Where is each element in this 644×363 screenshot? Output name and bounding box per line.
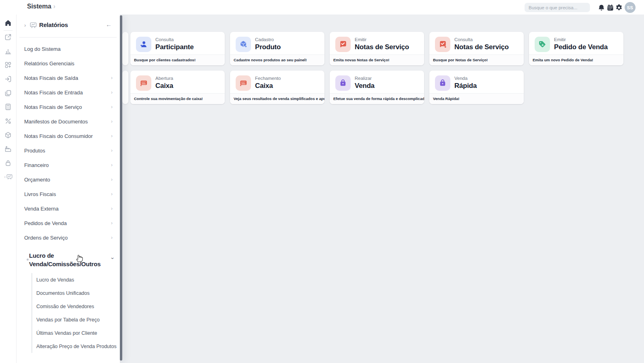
sidebar-item-label: Ordens de Serviço — [24, 235, 68, 241]
sidebar-item-log-do-sistema[interactable]: Log do Sistema — [16, 42, 120, 56]
settings-gear-icon[interactable] — [615, 3, 623, 12]
card-caption: Emita um novo Pedido de Venda! — [529, 54, 623, 65]
card-eyebrow: Emitir — [355, 37, 366, 42]
card-title: Rápida — [454, 82, 477, 90]
user-avatar[interactable]: SS — [625, 2, 636, 13]
submenu-item-comissao-de-vendedores[interactable]: Comissão de Vendedores — [36, 300, 117, 313]
card-consulta-notas-servico[interactable]: Consulta Notas de Serviço Busque por Not… — [429, 32, 524, 65]
divider — [19, 37, 117, 38]
chevron-right-icon: › — [111, 90, 113, 95]
card-tile — [435, 75, 450, 91]
reports-presentation-icon[interactable]: › — [0, 171, 16, 182]
presentation-chart-icon — [29, 21, 37, 29]
card-eyebrow: Realizar — [355, 76, 372, 81]
submenu-item-label: Lucro de Vendas — [36, 277, 74, 283]
sidebar-item-produtos[interactable]: Produtos› — [16, 143, 120, 158]
sidebar-item-livros-fiscais[interactable]: Livros Fiscais› — [16, 187, 120, 201]
copy-icon[interactable] — [0, 88, 16, 99]
chevron-down-icon: › — [109, 257, 115, 259]
modules-icon[interactable] — [0, 59, 16, 71]
sidebar-item-lucro-venda-comissoes-outros[interactable]: Lucro de Venda/Comissões/Outros › — [16, 247, 120, 274]
sidebar-item-label: Financeiro — [24, 162, 49, 168]
chevron-right-icon: › — [111, 133, 113, 139]
sidebar-item-label: Produtos — [24, 148, 45, 154]
sidebar-item-pedidos-venda[interactable]: Pedidos de Venda› — [16, 216, 120, 230]
card-abertura-caixa[interactable]: Abertura Caixa Controle sua movimentação… — [130, 71, 225, 104]
calendar-icon[interactable] — [606, 3, 615, 12]
submenu-item-ultimas-vendas-por-cliente[interactable]: Últimas Vendas por Cliente — [36, 326, 117, 340]
sidebar-item-orcamento[interactable]: Orçamento› — [16, 172, 120, 187]
avatar-initials: SS — [627, 5, 633, 10]
cash-register-icon — [139, 79, 148, 88]
card-caption: Veja seus resultados de venda simplifica… — [230, 93, 324, 104]
sidebar-item-label: Notas Fiscais de Saída — [24, 75, 78, 81]
external-link-icon[interactable] — [0, 31, 16, 43]
submenu-item-vendas-por-tabela-de-preco[interactable]: Vendas por Tabela de Preço — [36, 313, 117, 326]
app-root: Consulta Participante Busque por cliente… — [0, 0, 644, 363]
card-tile — [136, 37, 151, 52]
home-icon[interactable] — [0, 17, 16, 29]
sidebar-scrollbar[interactable] — [120, 15, 122, 361]
chevron-right-icon: › — [24, 22, 26, 28]
sidebar-item-label: Relatórios Gerenciais — [24, 60, 74, 67]
chevron-right-icon: › — [111, 162, 113, 168]
sidebar-item-nf-servico[interactable]: Notas Fiscais de Serviço› — [16, 100, 120, 114]
notifications-bell-icon[interactable] — [597, 3, 606, 12]
card-emitir-notas-servico[interactable]: Emitir Notas de Serviço Emita novas Nota… — [330, 32, 424, 65]
sidebar-item-relatorios-gerenciais[interactable]: Relatórios Gerenciais — [16, 56, 120, 71]
sidebar-item-label: Orçamento — [24, 177, 50, 183]
percent-icon[interactable] — [0, 115, 16, 127]
sign-in-icon[interactable] — [0, 73, 16, 85]
search-input[interactable] — [525, 3, 590, 12]
chevron-right-icon: › — [4, 174, 6, 179]
cube-icon[interactable] — [0, 129, 16, 141]
bullet-dot — [27, 259, 29, 261]
lock-icon[interactable] — [0, 157, 16, 169]
collapse-sidebar-icon[interactable]: ← — [106, 21, 112, 28]
card-eyebrow: Abertura — [155, 76, 173, 81]
factory-icon[interactable] — [0, 143, 16, 154]
card-tile — [236, 75, 251, 91]
chevron-right-icon: › — [53, 3, 55, 10]
sidebar-item-financeiro[interactable]: Financeiro› — [16, 158, 120, 172]
card-title: Participante — [155, 43, 194, 51]
chevron-right-icon: › — [111, 191, 113, 197]
shopping-bag-icon — [438, 79, 447, 88]
sidebar-title: Relatórios — [39, 21, 68, 28]
sidebar-item-nf-consumidor[interactable]: Notas Fiscais do Consumidor› — [16, 129, 120, 143]
card-venda-rapida[interactable]: Venda Rápida Venda Rápida! — [429, 71, 524, 104]
sidebar-item-label: Pedidos de Venda — [24, 220, 67, 226]
card-cadastro-produto[interactable]: Cadastro Produto Cadastre novos produtos… — [230, 32, 324, 65]
card-tile — [535, 37, 550, 52]
sidebar-item-nf-saida[interactable]: Notas Fiscais de Saída› — [16, 71, 120, 85]
card-title: Caixa — [255, 82, 273, 90]
card-caption: Busque por Notas de Serviço! — [429, 54, 524, 65]
sidebar-item-ordens-servico[interactable]: Ordens de Serviço› — [16, 230, 120, 245]
document-check-search-icon — [438, 40, 447, 49]
submenu-item-documentos-unificados[interactable]: Documentos Unificados — [36, 286, 117, 300]
submenu-item-lucro-de-vendas[interactable]: Lucro de Vendas — [36, 273, 117, 286]
app-logo[interactable]: Sistema› — [27, 3, 55, 10]
card-consulta-participante[interactable]: Consulta Participante Busque por cliente… — [130, 32, 225, 65]
card-caption: Venda Rápida! — [429, 93, 524, 104]
partial-card[interactable] — [122, 71, 128, 104]
card-realizar-venda[interactable]: Realizar Venda Efetue sua venda de forma… — [330, 71, 424, 104]
card-caption: Controle sua movimentação de caixa! — [130, 93, 225, 104]
sidebar-item-nf-entrada[interactable]: Notas Fiscais de Entrada› — [16, 85, 120, 100]
sidebar-item-label: Venda Externa — [24, 206, 59, 212]
icon-rail: › — [0, 15, 17, 363]
bar-chart-icon[interactable] — [0, 46, 16, 57]
sidebar-item-venda-externa[interactable]: Venda Externa› — [16, 201, 120, 216]
partial-card[interactable] — [122, 32, 128, 65]
calculator-icon[interactable] — [0, 101, 16, 113]
card-fechamento-caixa[interactable]: Fechamento Caixa Veja seus resultados de… — [230, 71, 324, 104]
submenu-item-alteracao-preco-venda-produtos[interactable]: Alteração Preço de Venda Produtos — [36, 340, 117, 353]
chevron-right-icon: › — [111, 177, 113, 182]
card-emitir-pedido-venda[interactable]: Emitir Pedido de Venda Emita um novo Ped… — [529, 32, 623, 65]
submenu-item-label: Comissão de Vendedores — [36, 304, 94, 309]
chevron-right-icon: › — [111, 104, 113, 110]
card-caption: Cadastre novos produtos ao seu painel! — [230, 54, 324, 65]
document-check-icon — [339, 40, 347, 49]
cash-register-icon — [239, 79, 248, 88]
sidebar-item-manifestos[interactable]: Manifestos de Documentos› — [16, 114, 120, 129]
